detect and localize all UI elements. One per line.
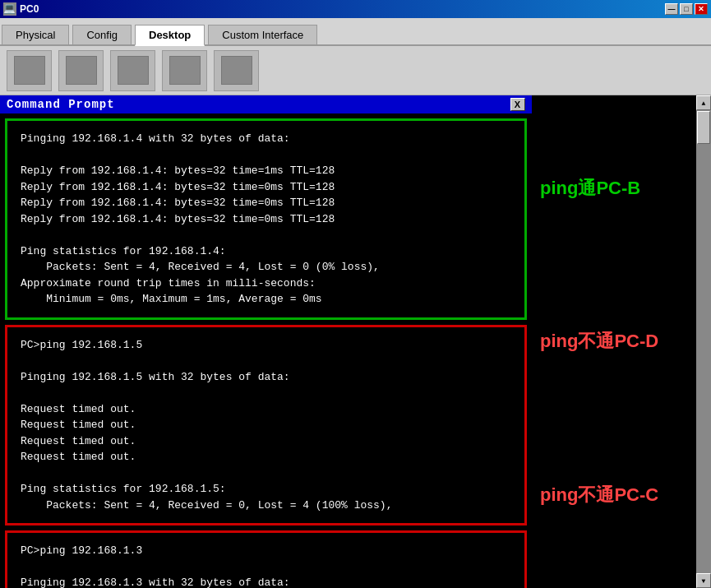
tab-bar: Physical Config Desktop Custom Interface [0,18,711,46]
tab-desktop[interactable]: Desktop [135,25,205,46]
right-panel: ping通PC-B ping不通PC-D ping不通PC-C [532,95,696,588]
device-img-5 [221,56,252,85]
device-img-4 [169,56,201,85]
cmd-title-bar: Command Prompt X [0,95,532,113]
cmd-close-button[interactable]: X [510,98,525,111]
tab-physical[interactable]: Physical [2,25,69,44]
minimize-button[interactable]: — [665,3,678,15]
cmd-title: Command Prompt [7,98,115,111]
ping-success-content: Pinging 192.168.1.4 with 32 bytes of dat… [14,126,518,313]
scroll-thumb[interactable] [697,111,710,144]
device-icon-3[interactable] [110,50,155,91]
title-bar-buttons: — □ ✕ [665,3,708,15]
maximize-button[interactable]: □ [680,3,693,15]
ping-label-pcd: ping不通PC-D [540,330,658,354]
main-area: Command Prompt X Pinging 192.168.1.4 wit… [0,95,711,588]
device-icons-bar [0,46,711,95]
device-img-2 [66,56,97,85]
ping-label-pcc: ping不通PC-C [540,484,658,507]
device-img-1 [14,56,45,85]
window-title: PC0 [20,3,39,15]
scroll-track[interactable] [696,110,711,573]
device-icon-2[interactable] [58,50,104,91]
device-img-3 [118,56,149,85]
ping-fail-2-content: PC>ping 192.168.1.3 Pinging 192.168.1.3 … [14,538,518,588]
terminal-area[interactable]: Command Prompt X Pinging 192.168.1.4 wit… [0,95,532,588]
scrollbar[interactable]: ▲ ▼ [696,95,711,588]
window-icon: 💻 [3,2,16,16]
ping-block-fail-2: PC>ping 192.168.1.3 Pinging 192.168.1.3 … [5,530,527,588]
device-icon-5[interactable] [214,50,259,91]
ping-fail-1-content: PC>ping 192.168.1.5 Pinging 192.168.1.5 … [14,332,518,519]
ping-block-fail-1: PC>ping 192.168.1.5 Pinging 192.168.1.5 … [5,325,527,526]
scroll-down-button[interactable]: ▼ [696,573,711,588]
ping-label-pcb: ping通PC-B [540,177,640,201]
title-bar: 💻 PC0 — □ ✕ [0,0,711,18]
tab-custom-interface[interactable]: Custom Interface [208,25,317,44]
close-button[interactable]: ✕ [695,3,708,15]
device-icon-1[interactable] [7,50,52,91]
title-bar-left: 💻 PC0 [3,2,39,16]
tab-config[interactable]: Config [72,25,132,44]
device-icon-4[interactable] [162,50,207,91]
scroll-up-button[interactable]: ▲ [696,95,711,110]
ping-block-success: Pinging 192.168.1.4 with 32 bytes of dat… [5,118,527,320]
